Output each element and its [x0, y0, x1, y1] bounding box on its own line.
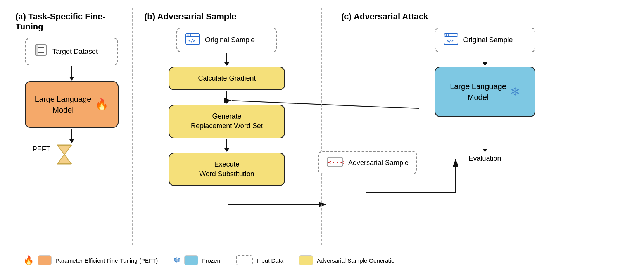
- svg-text:</>: </>: [446, 38, 454, 43]
- original-sample-box-c: </> Original Sample: [435, 28, 535, 52]
- hourglass-icon: [56, 144, 73, 167]
- frozen-color-box: [184, 255, 198, 265]
- legend-peft: 🔥 Parameter-Efficient Fine-Tuning (PEFT): [23, 255, 158, 265]
- code-icon-c: </>: [443, 33, 459, 47]
- adv-color-box: [299, 255, 313, 265]
- arrow-c1: [483, 53, 487, 66]
- code-icon-b: </>: [185, 33, 200, 47]
- peft-label: PEFT: [33, 145, 50, 153]
- legend: 🔥 Parameter-Efficient Fine-Tuning (PEFT)…: [12, 249, 632, 271]
- svg-rect-10: [35, 45, 38, 55]
- svg-text:<···>: <···>: [328, 158, 344, 166]
- snowflake-icon-c: ❄: [510, 84, 520, 100]
- frozen-legend-text: Frozen: [202, 257, 220, 264]
- main-container: (a) Task-Specific Fine-Tuning Target Dat…: [0, 0, 644, 275]
- exec-substitution-label: ExecuteWord Substitution: [199, 160, 254, 179]
- original-sample-box-b: </> Original Sample: [176, 28, 277, 52]
- arrow-b3: [224, 139, 229, 152]
- fire-icon-a: 🔥: [95, 97, 109, 112]
- dots-icon: <···>: [326, 156, 344, 169]
- input-data-legend-text: Input Data: [257, 257, 283, 264]
- original-sample-label-c: Original Sample: [463, 36, 513, 44]
- llm-box-a: Large LanguageModel 🔥: [25, 81, 119, 128]
- fire-legend-icon: 🔥: [23, 255, 34, 265]
- llm-label-c: Large LanguageModel: [450, 81, 506, 103]
- arrow-a2: [69, 129, 74, 143]
- snowflake-legend-icon: ❄: [173, 255, 180, 265]
- svg-point-17: [190, 34, 191, 36]
- legend-adv-sample: Adversarial Sample Generation: [299, 255, 397, 265]
- target-dataset-box: Target Dataset: [25, 38, 118, 65]
- adversarial-sample-box: <···> Adversarial Sample: [318, 151, 417, 174]
- legend-frozen: ❄ Frozen: [173, 255, 220, 265]
- svg-marker-11: [57, 145, 71, 164]
- target-dataset-label: Target Dataset: [52, 48, 98, 56]
- arrow-c2: [483, 118, 487, 152]
- legend-input-data: Input Data: [236, 255, 283, 265]
- calc-gradient-box: Calculate Gradient: [169, 67, 285, 90]
- section-c-flow: </> Original Sample Large LanguageModel …: [337, 28, 632, 163]
- arrow-b2: [224, 91, 229, 104]
- exec-substitution-box: ExecuteWord Substitution: [169, 153, 285, 186]
- llm-box-c: Large LanguageModel ❄: [435, 67, 535, 117]
- section-c-title: (c) Adversarial Attack: [341, 12, 428, 22]
- section-a: (a) Task-Specific Fine-Tuning Target Dat…: [12, 8, 132, 245]
- evaluation-label: Evaluation: [468, 155, 501, 163]
- peft-legend-text: Parameter-Efficient Fine-Tuning (PEFT): [55, 257, 158, 264]
- section-b-flow: </> Original Sample Calculate Gradient: [140, 28, 313, 186]
- section-a-title: (a) Task-Specific Fine-Tuning: [16, 12, 132, 32]
- original-sample-label-b: Original Sample: [205, 36, 255, 44]
- adversarial-sample-label: Adversarial Sample: [348, 159, 409, 167]
- adv-legend-text: Adversarial Sample Generation: [317, 257, 397, 264]
- calc-gradient-label: Calculate Gradient: [198, 74, 256, 82]
- diagram-area: (a) Task-Specific Fine-Tuning Target Dat…: [12, 8, 632, 245]
- list-icon: [34, 43, 48, 60]
- svg-point-16: [188, 34, 189, 36]
- input-data-dashed-box: [236, 255, 253, 265]
- llm-label-a: Large LanguageModel: [35, 94, 92, 115]
- gen-replacement-box: GenerateReplacement Word Set: [169, 105, 285, 138]
- section-b: (b) Adversarial Sample </> Original Samp…: [132, 8, 322, 245]
- section-b-title: (b) Adversarial Sample: [144, 12, 237, 22]
- section-a-flow: Target Dataset Large LanguageModel 🔥: [25, 38, 119, 167]
- svg-point-21: [445, 34, 447, 36]
- svg-text:</>: </>: [188, 38, 196, 43]
- peft-color-box: [38, 255, 52, 265]
- svg-point-22: [448, 34, 449, 36]
- arrow-a1: [69, 66, 74, 81]
- gen-replacement-label: GenerateReplacement Word Set: [191, 112, 263, 131]
- arrow-b1: [224, 53, 229, 66]
- peft-row: PEFT: [33, 144, 73, 167]
- section-c: (c) Adversarial Attack </> Original Samp…: [322, 8, 632, 245]
